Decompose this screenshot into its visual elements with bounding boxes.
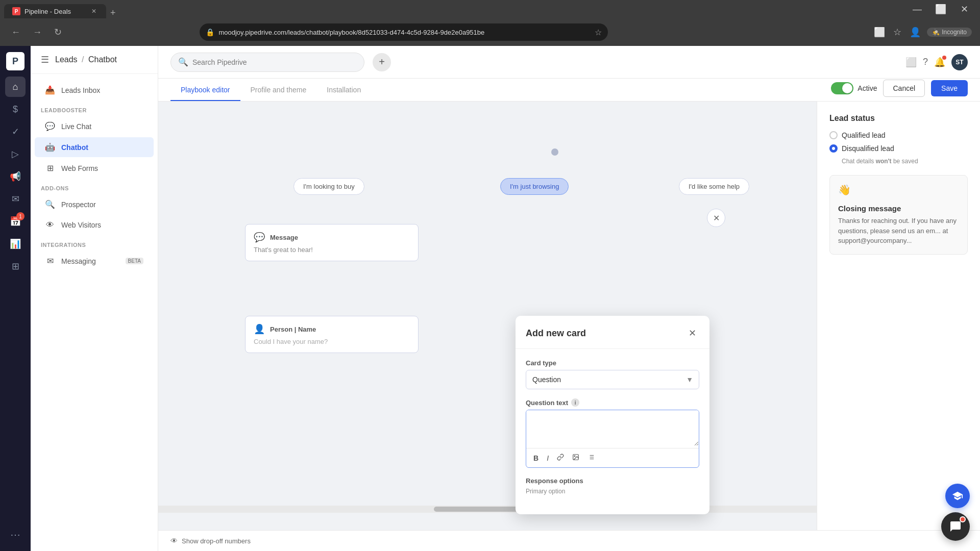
- window-controls: — ⬜ ✕: [905, 0, 976, 18]
- close-button[interactable]: ✕: [952, 0, 976, 18]
- eye-icon: 👁: [170, 537, 178, 545]
- nav-icon-home[interactable]: ⌂: [5, 77, 26, 97]
- incognito-label: Incognito: [942, 29, 967, 36]
- qualified-radio[interactable]: [829, 131, 838, 139]
- add-button[interactable]: +: [373, 53, 391, 71]
- disqualified-radio[interactable]: [829, 144, 838, 153]
- back-button[interactable]: ←: [8, 25, 23, 40]
- canvas-option-help[interactable]: I'd like some help: [679, 178, 749, 195]
- lead-status-panel: Lead status Qualified lead Disqualified …: [817, 102, 980, 530]
- search-input[interactable]: [192, 58, 357, 66]
- ssl-lock-icon: 🔒: [206, 28, 214, 36]
- browser-tab-active[interactable]: P Pipeline - Deals ✕: [4, 4, 106, 18]
- canvas-message-card[interactable]: 💬 Message That's great to hear!: [245, 224, 419, 261]
- forward-button[interactable]: →: [30, 25, 45, 40]
- question-info-icon[interactable]: i: [571, 398, 579, 407]
- person-card-label: Person | Name: [270, 325, 316, 333]
- main-content: 🔍 + ⬜ ? 🔔 ST Playbook editor: [158, 46, 980, 551]
- modal-title: Add new card: [526, 328, 586, 339]
- search-box[interactable]: 🔍: [170, 53, 364, 72]
- active-toggle[interactable]: [831, 82, 853, 94]
- nav-icon-more[interactable]: ⋯: [5, 524, 26, 545]
- cancel-button[interactable]: Cancel: [883, 80, 925, 97]
- sidebar-item-messaging[interactable]: ✉ Messaging BETA: [35, 251, 154, 271]
- tab-close-button[interactable]: ✕: [90, 7, 98, 15]
- nav-icon-mail[interactable]: ✉: [5, 189, 26, 209]
- canvas-close-x-button[interactable]: ✕: [707, 209, 725, 227]
- toolbar-link-button[interactable]: [555, 453, 566, 463]
- card-type-select[interactable]: Question: [526, 370, 699, 389]
- url-text: moodjoy.pipedrive.com/leads/chatbot/play…: [218, 29, 591, 36]
- question-textarea[interactable]: [526, 410, 699, 446]
- tab-favicon: P: [12, 7, 20, 15]
- sidebar-item-web-visitors-label: Web Visitors: [61, 221, 101, 229]
- toolbar-bold-button[interactable]: B: [531, 453, 541, 463]
- browser-actions: ⬜ ☆ 👤 🕵 Incognito: [872, 24, 972, 40]
- prospector-icon: 🔍: [45, 199, 55, 209]
- maximize-button[interactable]: ⬜: [929, 0, 952, 18]
- nav-icon-calendar[interactable]: 📅 1: [5, 211, 26, 232]
- sidebar-item-chatbot[interactable]: 🤖 Chatbot: [35, 137, 154, 157]
- calendar-badge: 1: [16, 212, 24, 220]
- sidebar-item-prospector-label: Prospector: [61, 201, 96, 209]
- new-tab-button[interactable]: +: [106, 8, 120, 18]
- breadcrumb-root[interactable]: Leads: [55, 55, 78, 64]
- sidebar-item-leads-inbox[interactable]: 📥 Leads Inbox: [35, 80, 154, 100]
- tab-profile-theme[interactable]: Profile and theme: [240, 79, 317, 101]
- extensions-icon[interactable]: ⬜: [905, 57, 917, 68]
- message-bubble-icon: 💬: [254, 232, 265, 243]
- canvas-person-card[interactable]: 👤 Person | Name Could I have your name?: [245, 316, 419, 353]
- sidebar-item-prospector[interactable]: 🔍 Prospector: [35, 194, 154, 214]
- toggle-label: Active: [857, 84, 877, 92]
- message-card-text: That's great to hear!: [254, 246, 410, 254]
- sidebar-item-web-forms-label: Web Forms: [61, 164, 98, 172]
- bookmark-icon[interactable]: ☆: [595, 28, 602, 37]
- canvas-option-buy[interactable]: I'm looking to buy: [293, 178, 364, 195]
- minimize-button[interactable]: —: [905, 0, 929, 18]
- refresh-button[interactable]: ↻: [51, 24, 65, 40]
- profile-button[interactable]: 👤: [908, 24, 923, 40]
- sidebar-item-web-visitors[interactable]: 👁 Web Visitors: [35, 215, 154, 235]
- web-visitors-icon: 👁: [45, 220, 55, 230]
- sidebar-item-live-chat-label: Live Chat: [61, 122, 91, 131]
- show-drop-off-label[interactable]: Show drop-off numbers: [182, 537, 251, 545]
- notifications-icon[interactable]: 🔔: [934, 57, 945, 68]
- app-logo[interactable]: P: [6, 52, 24, 70]
- toolbar-italic-button[interactable]: I: [545, 453, 551, 463]
- chat-wont-save-note: Chat details won't be saved: [842, 158, 968, 165]
- nav-icon-integrations[interactable]: ⊞: [5, 256, 26, 277]
- nav-icon-deals[interactable]: $: [5, 99, 26, 119]
- nav-icon-campaigns[interactable]: 📢: [5, 166, 26, 187]
- radio-disqualified-lead[interactable]: Disqualified lead: [829, 144, 968, 153]
- canvas-scrollbar-track[interactable]: [158, 506, 817, 513]
- canvas-option-browsing[interactable]: I'm just browsing: [500, 178, 569, 195]
- app: P ⌂ $ ✓ ▷ 📢 ✉ 📅 1 📊 ⊞ ⋯ ☰ Leads / Chatbo…: [0, 46, 980, 551]
- star-button[interactable]: ☆: [891, 24, 903, 40]
- tab-playbook-editor[interactable]: Playbook editor: [170, 79, 240, 101]
- modal-header: Add new card ✕: [516, 316, 709, 349]
- nav-icon-leads[interactable]: ▷: [5, 144, 26, 164]
- extensions-button[interactable]: ⬜: [872, 24, 887, 40]
- sidebar-item-web-forms[interactable]: ⊞ Web Forms: [35, 158, 154, 178]
- modal-close-button[interactable]: ✕: [685, 326, 699, 340]
- help-icon[interactable]: ?: [923, 57, 928, 67]
- user-avatar[interactable]: ST: [951, 54, 968, 70]
- chat-widget-button[interactable]: [941, 512, 970, 541]
- toolbar-image-button[interactable]: [570, 453, 581, 463]
- toolbar-list-button[interactable]: [585, 453, 597, 463]
- graduate-button[interactable]: [945, 484, 970, 508]
- radio-qualified-lead[interactable]: Qualified lead: [829, 131, 968, 139]
- address-bar[interactable]: 🔒 moodjoy.pipedrive.com/leads/chatbot/pl…: [200, 23, 608, 41]
- save-button[interactable]: Save: [931, 80, 968, 96]
- messaging-beta-badge: BETA: [126, 258, 143, 264]
- lead-status-title: Lead status: [829, 114, 968, 123]
- sidebar-toggle-button[interactable]: ☰: [41, 54, 49, 65]
- nav-icon-activities[interactable]: ✓: [5, 121, 26, 142]
- web-forms-icon: ⊞: [45, 163, 55, 173]
- sidebar-item-leads-inbox-label: Leads Inbox: [61, 86, 100, 94]
- modal-body: Card type Question ▼ Question text i: [516, 349, 709, 514]
- nav-icon-reports[interactable]: 📊: [5, 234, 26, 254]
- sidebar-item-live-chat[interactable]: 💬 Live Chat: [35, 116, 154, 136]
- sidebar-section-leadbooster: LEADBOOSTER: [31, 101, 158, 116]
- tab-installation[interactable]: Installation: [316, 79, 371, 101]
